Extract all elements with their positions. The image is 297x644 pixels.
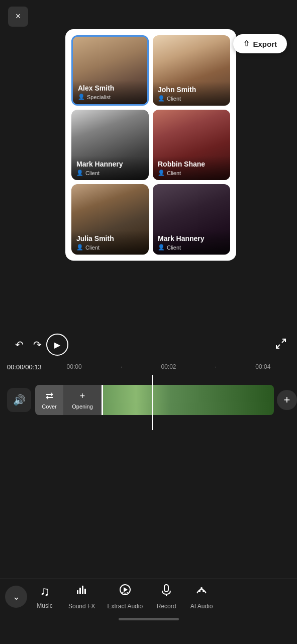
- track-video[interactable]: [102, 385, 274, 415]
- extract-audio-label: Extract Audio: [107, 603, 143, 610]
- sound-fx-icon: [75, 583, 88, 600]
- bottom-toolbar: ⌄ ♫ Music Sound FX: [0, 579, 297, 644]
- tab-extract-audio[interactable]: Extract Audio: [101, 579, 149, 614]
- person-selection-popup: Alex Smith 👤 Specialist John Smith 👤 Cli…: [65, 29, 236, 261]
- play-icon: ▶: [54, 340, 60, 350]
- person-icon-john: 👤: [158, 95, 165, 102]
- person-info-julia: Julia Smith 👤 Client: [71, 230, 149, 255]
- track-playhead-overlay: [102, 385, 103, 415]
- person-card-julia-smith[interactable]: Julia Smith 👤 Client: [71, 184, 149, 255]
- person-role-label-john: Client: [167, 96, 181, 102]
- person-card-mark-hannery-2[interactable]: Mark Hannery 👤 Client: [153, 184, 230, 255]
- mark-1: 00:02: [161, 363, 176, 370]
- person-role-label-mark2: Client: [167, 245, 181, 251]
- fullscreen-button[interactable]: [275, 338, 287, 352]
- person-name-robbin: Robbin Shane: [158, 160, 225, 168]
- person-role-john: 👤 Client: [158, 95, 225, 102]
- timecode-marks: 00:00 · 00:02 · 00:04: [47, 363, 290, 370]
- tab-record[interactable]: Record: [149, 579, 184, 614]
- mark-2: 00:04: [255, 363, 270, 370]
- audio-track-icon[interactable]: 🔊: [7, 388, 31, 412]
- person-info-alex: Alex Smith 👤 Specialist: [73, 80, 147, 104]
- music-label: Music: [37, 602, 52, 609]
- person-name-john: John Smith: [158, 86, 225, 94]
- current-time: 00:00: [7, 363, 24, 371]
- person-name-mark2: Mark Hannery: [158, 234, 225, 243]
- total-time: 00:13: [25, 363, 42, 371]
- person-role-label-julia: Client: [85, 245, 100, 251]
- playhead: [152, 375, 153, 430]
- person-icon-mark-h: 👤: [76, 170, 83, 176]
- cover-label: Cover: [42, 404, 56, 410]
- svg-rect-4: [82, 586, 83, 594]
- timeline-controls: ↶ ↷ ▶: [0, 330, 297, 360]
- export-button[interactable]: ⇧ Export: [233, 34, 287, 53]
- chevron-down-icon: ⌄: [13, 591, 20, 602]
- music-icon: ♫: [40, 584, 50, 599]
- tab-music[interactable]: ♫ Music: [27, 580, 62, 613]
- person-grid: Alex Smith 👤 Specialist John Smith 👤 Cli…: [71, 35, 230, 255]
- undo-button[interactable]: ↶: [10, 336, 28, 354]
- cover-icon: ⇄: [46, 390, 53, 401]
- mark-dot-2: ·: [215, 363, 217, 370]
- person-role-label-alex: Specialist: [87, 94, 111, 100]
- ai-audio-label: AI Audio: [190, 603, 213, 610]
- person-card-robbin-shane[interactable]: Robbin Shane 👤 Client: [153, 110, 230, 180]
- svg-line-0: [282, 339, 285, 343]
- person-card-alex-smith[interactable]: Alex Smith 👤 Specialist: [71, 35, 149, 106]
- tab-sound-fx[interactable]: Sound FX: [62, 579, 101, 614]
- person-name-alex: Alex Smith: [78, 84, 142, 92]
- person-role-mark-h: 👤 Client: [76, 170, 144, 176]
- timeline-track: 🔊 ⇄ Cover + Opening +: [0, 377, 297, 423]
- track-opening[interactable]: + Opening: [63, 385, 102, 415]
- svg-rect-3: [79, 588, 81, 594]
- export-icon: ⇧: [243, 39, 250, 48]
- person-info-mark-h: Mark Hannery 👤 Client: [71, 156, 149, 180]
- person-name-mark-h: Mark Hannery: [76, 160, 144, 168]
- collapse-button[interactable]: ⌄: [5, 586, 27, 608]
- person-icon-alex: 👤: [78, 94, 85, 100]
- person-card-mark-hannery[interactable]: Mark Hannery 👤 Client: [71, 110, 149, 180]
- opening-icon: +: [80, 391, 85, 401]
- timecode-display: 00:00/00:13: [7, 363, 47, 371]
- person-icon-robbin: 👤: [158, 170, 165, 176]
- svg-rect-2: [77, 590, 78, 594]
- mark-0: 00:00: [67, 363, 82, 370]
- person-info-mark2: Mark Hannery 👤 Client: [153, 230, 230, 255]
- person-role-mark2: 👤 Client: [158, 244, 225, 251]
- timecode-bar: 00:00/00:13 00:00 · 00:02 · 00:04: [0, 360, 297, 374]
- speaker-icon: 🔊: [13, 394, 26, 406]
- opening-label: Opening: [72, 404, 93, 410]
- bottom-tabs-row: ⌄ ♫ Music Sound FX: [0, 579, 297, 614]
- person-icon-mark2: 👤: [158, 244, 165, 251]
- person-role-label-robbin: Client: [167, 170, 181, 176]
- svg-line-1: [276, 345, 280, 348]
- record-icon: [160, 583, 173, 600]
- record-label: Record: [157, 603, 176, 610]
- person-role-label-mark-h: Client: [85, 170, 100, 176]
- person-role-julia: 👤 Client: [76, 244, 144, 251]
- play-button[interactable]: ▶: [46, 334, 68, 356]
- add-icon: +: [284, 393, 290, 407]
- person-icon-julia: 👤: [76, 244, 83, 251]
- track-cover[interactable]: ⇄ Cover: [35, 385, 63, 415]
- person-info-john: John Smith 👤 Client: [153, 82, 230, 106]
- person-card-john-smith[interactable]: John Smith 👤 Client: [153, 35, 230, 106]
- extract-audio-icon: [119, 583, 132, 600]
- sound-fx-label: Sound FX: [68, 603, 95, 610]
- home-indicator: [119, 618, 179, 620]
- person-role-alex: 👤 Specialist: [78, 94, 142, 100]
- person-name-julia: Julia Smith: [76, 234, 144, 243]
- export-label: Export: [253, 40, 277, 48]
- track-items: ⇄ Cover + Opening: [35, 385, 102, 415]
- add-track-button[interactable]: +: [277, 390, 297, 410]
- tab-ai-audio[interactable]: AI Audio: [184, 579, 219, 614]
- ai-audio-icon: [195, 583, 208, 600]
- redo-button[interactable]: ↷: [28, 336, 46, 354]
- person-info-robbin: Robbin Shane 👤 Client: [153, 156, 230, 180]
- close-icon: ×: [16, 11, 21, 22]
- svg-rect-7: [164, 585, 168, 592]
- close-button[interactable]: ×: [8, 7, 28, 27]
- svg-rect-5: [84, 589, 86, 594]
- person-role-robbin: 👤 Client: [158, 170, 225, 176]
